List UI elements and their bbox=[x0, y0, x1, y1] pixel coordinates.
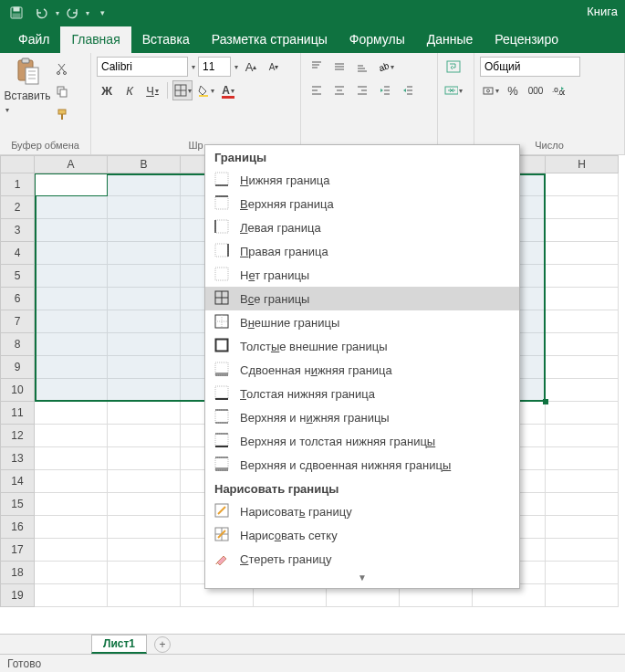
menu-item[interactable]: Стереть границу bbox=[205, 547, 519, 571]
menu-item[interactable]: Правая граница bbox=[205, 239, 519, 263]
cell[interactable] bbox=[35, 288, 108, 310]
align-top-icon[interactable] bbox=[307, 57, 327, 77]
row-header[interactable]: 8 bbox=[0, 333, 35, 356]
cell[interactable] bbox=[35, 196, 108, 219]
tab-home[interactable]: Главная bbox=[60, 26, 130, 53]
align-center-icon[interactable] bbox=[329, 80, 349, 100]
cell[interactable] bbox=[35, 333, 108, 356]
cell[interactable] bbox=[546, 470, 619, 493]
cell[interactable] bbox=[108, 196, 181, 219]
borders-button[interactable]: ▾ bbox=[172, 80, 193, 100]
menu-item[interactable]: Нарисовать границу bbox=[205, 499, 519, 523]
col-header[interactable]: B bbox=[108, 155, 181, 173]
align-left-icon[interactable] bbox=[307, 80, 327, 100]
qat-customize-icon[interactable]: ▾ bbox=[89, 2, 115, 24]
menu-item[interactable]: Нижняя граница bbox=[205, 168, 519, 192]
menu-item[interactable]: Верхняя и толстая нижняя границы bbox=[205, 429, 519, 453]
cell[interactable] bbox=[35, 425, 108, 447]
cell[interactable] bbox=[108, 288, 181, 310]
underline-button[interactable]: Ч▾ bbox=[142, 80, 162, 100]
orientation-icon[interactable]: ab▾ bbox=[375, 57, 395, 77]
menu-item[interactable]: Нарисовать сетку bbox=[205, 523, 519, 547]
menu-item[interactable]: Верхняя и нижняя границы bbox=[205, 405, 519, 429]
fill-handle[interactable] bbox=[543, 399, 548, 404]
cell[interactable] bbox=[546, 447, 619, 470]
cell[interactable] bbox=[35, 493, 108, 516]
decrease-indent-icon[interactable] bbox=[375, 80, 395, 100]
cell[interactable] bbox=[546, 425, 619, 447]
cell[interactable] bbox=[108, 242, 181, 265]
thousands-icon[interactable]: 000 bbox=[526, 80, 546, 100]
cell[interactable] bbox=[546, 242, 619, 265]
cell[interactable] bbox=[35, 310, 108, 333]
wrap-text-icon[interactable] bbox=[443, 57, 464, 77]
redo-icon[interactable] bbox=[59, 2, 85, 24]
increase-decimal-icon[interactable]: .0.00 bbox=[548, 80, 568, 100]
row-header[interactable]: 3 bbox=[0, 219, 35, 242]
add-sheet-icon[interactable]: + bbox=[154, 636, 171, 653]
cell[interactable] bbox=[546, 562, 619, 584]
cell[interactable] bbox=[35, 265, 108, 288]
row-header[interactable]: 18 bbox=[0, 562, 35, 584]
menu-expand-icon[interactable]: ▼ bbox=[205, 571, 519, 584]
row-header[interactable]: 14 bbox=[0, 470, 35, 493]
row-header[interactable]: 10 bbox=[0, 379, 35, 402]
cell[interactable] bbox=[108, 493, 181, 516]
row-header[interactable]: 1 bbox=[0, 173, 35, 196]
tab-page-layout[interactable]: Разметка страницы bbox=[201, 26, 339, 53]
cell[interactable] bbox=[108, 173, 181, 196]
cell[interactable] bbox=[108, 584, 181, 607]
row-header[interactable]: 6 bbox=[0, 288, 35, 310]
cell[interactable] bbox=[108, 310, 181, 333]
fill-color-icon[interactable]: ▾ bbox=[195, 80, 215, 100]
cell[interactable] bbox=[546, 493, 619, 516]
tab-formulas[interactable]: Формулы bbox=[339, 26, 416, 53]
font-color-icon[interactable]: A▾ bbox=[218, 80, 238, 100]
menu-item[interactable]: Левая граница bbox=[205, 215, 519, 239]
row-header[interactable]: 12 bbox=[0, 425, 35, 447]
row-header[interactable]: 17 bbox=[0, 539, 35, 562]
col-header[interactable]: H bbox=[546, 155, 619, 173]
menu-item[interactable]: Толстые внешние границы bbox=[205, 334, 519, 358]
cell[interactable] bbox=[108, 425, 181, 447]
align-middle-icon[interactable] bbox=[329, 57, 349, 77]
increase-indent-icon[interactable] bbox=[398, 80, 418, 100]
paste-button[interactable]: Вставить ▾ bbox=[5, 57, 49, 115]
cell[interactable] bbox=[35, 379, 108, 402]
cell[interactable] bbox=[35, 356, 108, 379]
cell[interactable] bbox=[108, 265, 181, 288]
copy-icon[interactable] bbox=[52, 81, 72, 101]
cell[interactable] bbox=[108, 539, 181, 562]
cell[interactable] bbox=[546, 584, 619, 607]
number-format-input[interactable] bbox=[480, 57, 580, 77]
undo-icon[interactable] bbox=[29, 2, 55, 24]
menu-item[interactable]: Все границы bbox=[205, 287, 519, 310]
font-name-input[interactable] bbox=[97, 57, 188, 77]
cell[interactable] bbox=[35, 173, 108, 196]
cell[interactable] bbox=[35, 516, 108, 539]
align-bottom-icon[interactable] bbox=[352, 57, 372, 77]
cell[interactable] bbox=[35, 562, 108, 584]
cell[interactable] bbox=[108, 402, 181, 425]
cell[interactable] bbox=[546, 288, 619, 310]
menu-item[interactable]: Верхняя граница bbox=[205, 192, 519, 215]
cut-icon[interactable] bbox=[52, 58, 72, 79]
cell[interactable] bbox=[108, 562, 181, 584]
merge-cells-icon[interactable]: ▾ bbox=[443, 80, 464, 100]
menu-item[interactable]: Внешние границы bbox=[205, 310, 519, 334]
cell[interactable] bbox=[108, 333, 181, 356]
percent-icon[interactable]: % bbox=[503, 80, 523, 100]
tab-file[interactable]: Файл bbox=[7, 26, 60, 53]
font-size-input[interactable] bbox=[198, 57, 231, 77]
cell[interactable] bbox=[108, 447, 181, 470]
cell[interactable] bbox=[35, 447, 108, 470]
italic-button[interactable]: К bbox=[120, 80, 140, 100]
row-header[interactable]: 7 bbox=[0, 310, 35, 333]
cell[interactable] bbox=[546, 196, 619, 219]
tab-insert[interactable]: Вставка bbox=[131, 26, 201, 53]
increase-font-icon[interactable]: A▴ bbox=[241, 57, 261, 77]
row-header[interactable]: 13 bbox=[0, 447, 35, 470]
cell[interactable] bbox=[546, 333, 619, 356]
cell[interactable] bbox=[546, 516, 619, 539]
row-header[interactable]: 19 bbox=[0, 584, 35, 607]
